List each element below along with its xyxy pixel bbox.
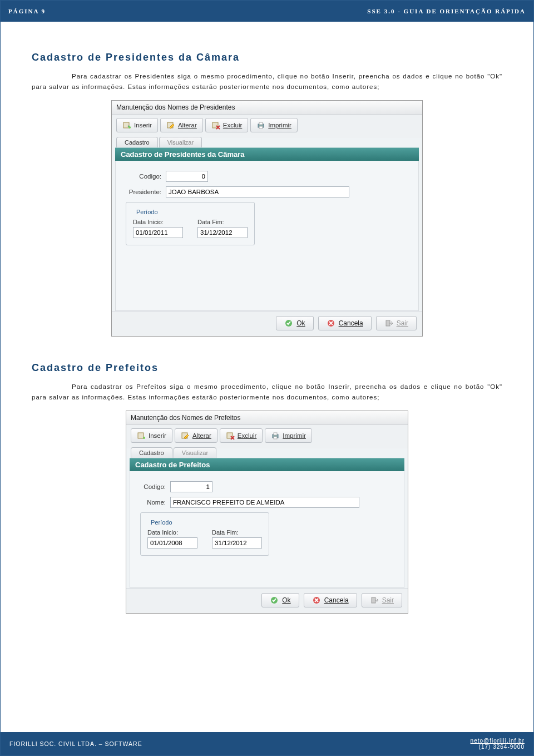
cancel-button[interactable]: Cancela [318,316,372,330]
cancel-label: Cancela [339,319,363,327]
svg-rect-9 [386,320,390,326]
win1-banner: Cadastro de Presidentes da Câmara [115,147,419,161]
win2-buttons: Ok Cancela Sair [126,588,408,613]
nome-label: Nome: [140,499,166,506]
page-header: PÁGINA 9 SSE 3.0 - GUIA DE ORIENTAÇÃO RÁ… [1,1,533,22]
svg-rect-0 [123,122,129,128]
ok-label: Ok [296,319,305,327]
exit-label: Sair [382,596,394,604]
delete-button[interactable]: Excluir [205,118,249,132]
svg-point-1 [128,126,131,129]
exit-icon [370,596,379,605]
ok-button[interactable]: Ok [276,316,313,330]
tab-cadastro[interactable]: Cadastro [131,447,172,458]
fim-input[interactable] [212,537,262,549]
cancel-button[interactable]: Cancela [304,593,357,607]
fim-label: Data Fim: [212,529,262,536]
codigo-label: Codigo: [126,173,161,180]
alter-label: Alterar [178,122,197,129]
svg-point-11 [143,437,145,439]
footer-phone: (17) 3264-9000 [471,744,525,750]
win1-tabs: Cadastro Visualizar [112,137,422,147]
codigo-input[interactable] [166,171,208,182]
alter-label: Alterar [192,432,211,439]
exit-label: Sair [397,319,408,327]
win-prefeitos: Manutenção dos Nomes de Prefeitos Inseri… [126,411,408,614]
cancel-icon [312,596,321,605]
tab-visualizar[interactable]: Visualizar [159,137,202,147]
inicio-label: Data Inicio: [133,219,183,225]
print-label: Imprimir [268,122,291,129]
insert-icon [122,121,131,130]
periodo-legend: Período [149,519,175,526]
print-label: Imprimir [283,432,306,439]
win1-form: Codigo: Presidente: Período Data Inicio: [115,161,419,311]
fim-input[interactable] [197,227,248,238]
cancel-icon [327,319,335,328]
insert-label: Inserir [149,432,166,439]
footer-company: FIORILLI SOC. CIVIL LTDA. – SOFTWARE [9,740,471,747]
delete-label: Excluir [238,432,257,439]
presidente-input[interactable] [166,186,349,197]
section2-para: Para cadastrar os Prefeitos siga o mesmo… [32,382,502,403]
svg-rect-10 [138,433,144,438]
exit-button[interactable]: Sair [376,316,417,330]
presidente-label: Presidente: [126,189,161,195]
codigo-label: Codigo: [140,483,166,490]
svg-rect-19 [372,597,375,603]
win1-title: Manutenção dos Nomes de Presidentes [112,101,422,115]
win2-banner: Cadastro de Prefeitos [130,458,404,471]
alter-button[interactable]: Alterar [175,428,217,443]
delete-label: Excluir [223,122,243,129]
content-area: Cadastro de Presidentes da Câmara Para c… [1,22,533,645]
win2-title: Manutenção dos Nomes de Prefeitos [126,411,408,425]
insert-button[interactable]: Inserir [116,118,158,132]
doc-title: SSE 3.0 - GUIA DE ORIENTAÇÃO RÁPIDA [367,8,526,14]
svg-rect-5 [259,122,263,125]
win-presidentes: Manutenção dos Nomes de Presidentes Inse… [111,100,423,337]
ok-button[interactable]: Ok [261,593,299,607]
win2-toolbar: Inserir Alterar Excluir Imprimir [126,425,408,448]
print-icon [271,431,280,440]
insert-button[interactable]: Inserir [131,428,172,443]
footer-email: neto@fiorilli.inf.br [471,738,525,744]
tab-cadastro[interactable]: Cadastro [116,137,158,147]
footer-contact: neto@fiorilli.inf.br (17) 3264-9000 [471,738,525,750]
win1-toolbar: Inserir Alterar Excluir [112,115,422,138]
document-page: PÁGINA 9 SSE 3.0 - GUIA DE ORIENTAÇÃO RÁ… [0,0,534,756]
inicio-input[interactable] [147,537,197,549]
check-icon [270,596,279,605]
delete-button[interactable]: Excluir [220,428,263,443]
delete-icon [226,431,235,440]
svg-rect-15 [274,433,277,435]
nome-input[interactable] [170,497,359,508]
win1-buttons: Ok Cancela Sair [112,311,422,336]
svg-rect-16 [274,437,277,439]
ok-label: Ok [282,596,290,604]
win2-tabs: Cadastro Visualizar [126,447,408,458]
alter-button[interactable]: Alterar [160,118,203,132]
page-footer: FIORILLI SOC. CIVIL LTDA. – SOFTWARE net… [1,732,533,755]
exit-icon [384,319,393,328]
print-button[interactable]: Imprimir [265,428,312,443]
fim-label: Data Fim: [197,219,248,225]
inicio-label: Data Inicio: [147,529,197,536]
print-button[interactable]: Imprimir [250,118,298,132]
edit-icon [166,121,175,130]
cancel-label: Cancela [324,596,349,604]
page-number: PÁGINA 9 [8,8,367,14]
periodo-fieldset: Período Data Inicio: Data Fim: [140,512,269,556]
exit-button[interactable]: Sair [362,593,402,607]
delete-icon [211,121,220,130]
insert-icon [137,431,146,440]
tab-visualizar[interactable]: Visualizar [174,447,217,458]
edit-icon [181,431,190,440]
print-icon [256,121,265,130]
inicio-input[interactable] [133,227,183,238]
periodo-legend: Período [134,209,160,215]
insert-label: Inserir [134,122,152,129]
codigo-input[interactable] [170,481,212,492]
check-icon [284,319,293,328]
periodo-fieldset: Período Data Inicio: Data Fim: [126,202,255,245]
section1-title: Cadastro de Presidentes da Câmara [32,52,502,63]
